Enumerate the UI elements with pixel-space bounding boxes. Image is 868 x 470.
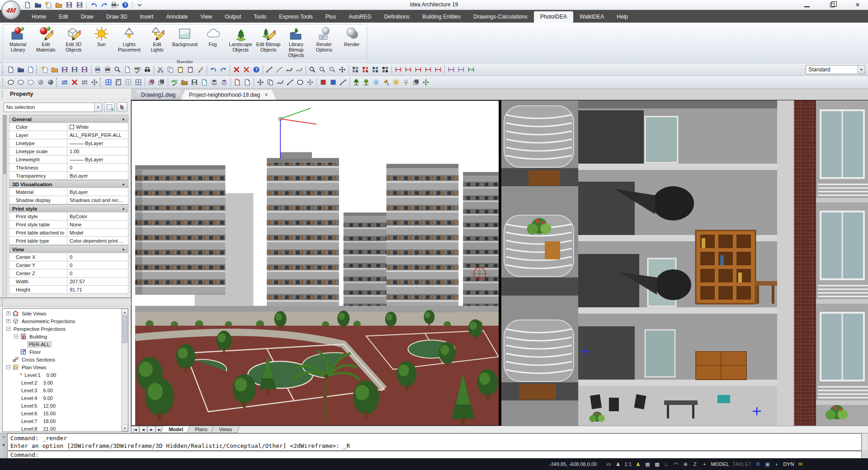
dim-radius-button[interactable] [423, 65, 433, 75]
tab-view[interactable]: View [194, 11, 218, 23]
close-button[interactable]: × [851, 1, 864, 9]
dim-style-button[interactable] [456, 65, 466, 75]
property-section-print-style[interactable]: Print style▲ [9, 204, 128, 212]
sphere-button[interactable] [36, 77, 46, 87]
paste-button[interactable] [175, 65, 185, 75]
toolbar-grip[interactable] [100, 78, 102, 87]
tree-item-level-2[interactable]: Level:23.00 [3, 379, 121, 386]
tree-item-level-6[interactable]: Level:615.00 [3, 409, 121, 417]
tray-mail-icon[interactable]: ✉ [796, 460, 805, 469]
tree-item-floor[interactable]: Floor [3, 348, 121, 356]
close-icon[interactable]: × [2, 435, 5, 439]
line-button[interactable] [264, 65, 274, 75]
property-section-general[interactable]: General▲ [9, 115, 128, 123]
tab-insert[interactable]: Insert [133, 11, 160, 23]
edit-block-button[interactable] [156, 77, 166, 87]
xref-edit-button[interactable] [242, 77, 252, 87]
property-value[interactable]: 0 [70, 254, 72, 260]
erase-button[interactable] [231, 65, 241, 75]
tree-item-cross-sections[interactable]: Cross Sections [3, 356, 121, 363]
tab-tools[interactable]: Tools [247, 11, 273, 23]
property-value[interactable]: 1.00 [70, 149, 79, 154]
property-value[interactable]: Color-dependent print ... [70, 238, 123, 244]
tree-item-label[interactable]: Plan Views [20, 365, 47, 370]
zoom-window-button[interactable] [307, 65, 317, 75]
tab-autoreg[interactable]: AutoREG [342, 11, 378, 23]
model-toggle-button[interactable]: MODEL [709, 460, 731, 469]
property-value[interactable]: ByLayer [70, 173, 88, 179]
tab-plus[interactable]: Plus [319, 11, 342, 23]
collapse-icon[interactable]: ▲ [122, 207, 125, 211]
close-tab-icon[interactable]: × [264, 92, 268, 98]
geolocation-icon[interactable]: ◐ [773, 460, 782, 469]
render-button[interactable]: Render [338, 25, 366, 59]
landscape-tree-button[interactable] [351, 77, 361, 87]
edit-materials-button[interactable]: EditMaterials [32, 25, 60, 59]
door-button[interactable] [113, 77, 123, 87]
dim-update-button[interactable] [466, 65, 476, 75]
property-value[interactable]: 0 [70, 271, 72, 276]
help-button[interactable] [251, 65, 261, 75]
ellipse-hatched-button[interactable] [16, 77, 26, 87]
open-drawing-button[interactable] [54, 1, 63, 9]
linetype-control-button[interactable] [338, 77, 348, 87]
scrollbar-thumb[interactable] [3, 115, 6, 174]
layout-tab-model[interactable]: Model [161, 426, 191, 433]
new-drawing-button[interactable] [43, 1, 53, 9]
edit-lights-button[interactable]: EditLights [143, 25, 171, 59]
paste-special-button[interactable] [185, 65, 195, 75]
dyn-toggle-button[interactable]: DYN [782, 460, 796, 469]
tab-annotate[interactable]: Annotate [160, 11, 194, 23]
wall-button[interactable] [60, 77, 70, 87]
edit-wall-button[interactable] [80, 77, 90, 87]
pan-button[interactable] [337, 65, 347, 75]
tree-item-label[interactable]: Floor [28, 349, 42, 355]
bld-open-drawing-button[interactable] [16, 65, 26, 75]
autoscale-icon[interactable]: ♟ [633, 460, 642, 469]
toolbar-grip[interactable] [2, 78, 5, 87]
structure-button[interactable] [219, 77, 229, 87]
tree-item-label[interactable]: Cross Sections [20, 357, 57, 362]
drawing-tab[interactable]: Drawing1.dwg [133, 90, 184, 100]
toolbar-grip[interactable] [36, 65, 38, 74]
rotate-button[interactable] [275, 77, 285, 87]
export-acis-button[interactable] [80, 65, 90, 75]
toolbar-grip[interactable] [2, 65, 5, 74]
xref-attach-button[interactable] [232, 77, 242, 87]
property-value[interactable]: ByLayer [85, 141, 103, 146]
tab-walkidea[interactable]: WalkIDEA [573, 11, 610, 23]
lineweight-display-icon[interactable]: + [700, 460, 709, 469]
tree-item-label[interactable]: PER-ALL [28, 342, 51, 347]
dim-ordinate-button[interactable] [413, 65, 423, 75]
quick-view-icon[interactable]: ▣ [763, 460, 772, 469]
paint-button[interactable] [381, 77, 391, 87]
layout-tab-views[interactable]: Views [211, 426, 240, 433]
drawing-tab[interactable]: Project-neighborhood-19.dwg× [181, 90, 276, 100]
tree-item-label[interactable]: Level:5 [20, 403, 38, 409]
region-button[interactable] [350, 65, 360, 75]
selection-combo[interactable]: No selection ▼ [4, 103, 102, 112]
collapse-icon[interactable]: − [6, 365, 10, 369]
new-file-button[interactable] [40, 65, 50, 75]
copy-object-button[interactable] [265, 77, 275, 87]
scrollbar-thumb[interactable] [122, 316, 127, 343]
publish-3d-button[interactable] [199, 77, 209, 87]
redo-button[interactable] [99, 1, 109, 9]
tree-item-per-all[interactable]: PER-ALL [3, 340, 121, 348]
edit-window-button[interactable] [133, 77, 143, 87]
tree-item-label[interactable]: Level:8 [20, 426, 38, 432]
print-button[interactable] [103, 65, 113, 75]
redo-button[interactable] [218, 65, 228, 75]
drawing-manager-button[interactable] [179, 77, 189, 87]
property-value[interactable]: White [76, 124, 89, 130]
color-control-button[interactable] [318, 77, 328, 87]
lights-placement-button[interactable]: LightsPlacement [115, 25, 143, 59]
stretch-button[interactable] [305, 77, 315, 87]
tab-drawings-calculations[interactable]: Drawings-Calculations [467, 11, 533, 23]
command-prompt[interactable]: Command: [7, 451, 862, 459]
main-viewport[interactable] [131, 100, 499, 426]
collapse-icon[interactable]: ▲ [122, 117, 125, 121]
tree-item-label[interactable]: Level:4 [20, 395, 38, 401]
window-button[interactable] [104, 77, 113, 87]
tree-item-level-8[interactable]: Level:821.00 [3, 425, 121, 432]
